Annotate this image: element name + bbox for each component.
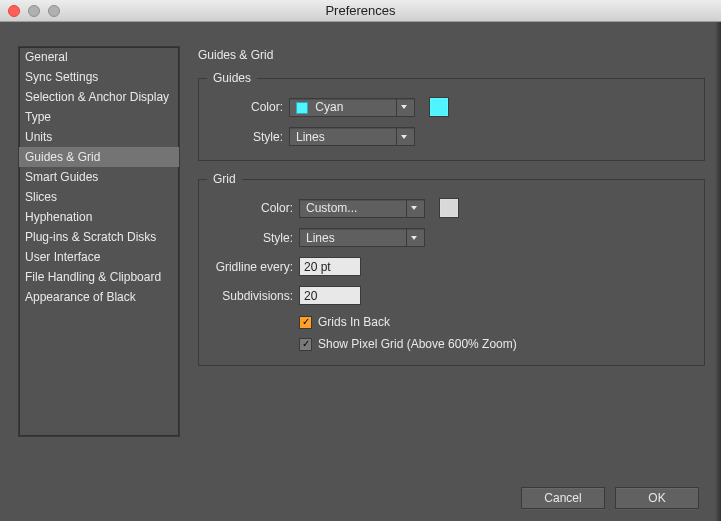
sidebar-item[interactable]: Selection & Anchor Display (19, 87, 179, 107)
guides-color-select[interactable]: Cyan (289, 98, 415, 117)
sidebar-item[interactable]: Units (19, 127, 179, 147)
panel-title: Guides & Grid (198, 48, 705, 62)
show-pixel-grid-label: Show Pixel Grid (Above 600% Zoom) (318, 337, 517, 351)
grids-in-back-label: Grids In Back (318, 315, 390, 329)
guides-color-label: Color: (213, 100, 289, 114)
sidebar-item[interactable]: Sync Settings (19, 67, 179, 87)
grid-group: Grid Color: Custom... Style: Lines (198, 179, 705, 366)
chevron-down-icon (406, 200, 420, 217)
cancel-button[interactable]: Cancel (521, 487, 605, 509)
guides-style-select[interactable]: Lines (289, 127, 415, 146)
gridline-every-label: Gridline every: (213, 260, 299, 274)
grid-legend: Grid (207, 172, 242, 186)
subdivisions-label: Subdivisions: (213, 289, 299, 303)
grid-color-label: Color: (213, 201, 299, 215)
grid-style-label: Style: (213, 231, 299, 245)
chevron-down-icon (396, 99, 410, 116)
chevron-down-icon (406, 229, 420, 246)
grid-style-select[interactable]: Lines (299, 228, 425, 247)
sidebar-item[interactable]: Plug-ins & Scratch Disks (19, 227, 179, 247)
gridline-every-input[interactable] (299, 257, 361, 276)
window-title: Preferences (325, 3, 395, 18)
grids-in-back-checkbox[interactable]: ✓ (299, 316, 312, 329)
ok-button[interactable]: OK (615, 487, 699, 509)
close-window-button[interactable] (8, 5, 20, 17)
grid-style-value: Lines (306, 231, 335, 245)
show-pixel-grid-checkbox[interactable]: ✓ (299, 338, 312, 351)
guides-legend: Guides (207, 71, 257, 85)
sidebar-item[interactable]: General (19, 47, 179, 67)
sidebar-item[interactable]: Smart Guides (19, 167, 179, 187)
preferences-sidebar: GeneralSync SettingsSelection & Anchor D… (18, 46, 180, 437)
grid-color-select[interactable]: Custom... (299, 199, 425, 218)
sidebar-item[interactable]: Guides & Grid (19, 147, 179, 167)
sidebar-item[interactable]: Slices (19, 187, 179, 207)
guides-color-swatch[interactable] (429, 97, 449, 117)
sidebar-item[interactable]: Appearance of Black (19, 287, 179, 307)
sidebar-item[interactable]: User Interface (19, 247, 179, 267)
guides-style-label: Style: (213, 130, 289, 144)
guides-group: Guides Color: Cyan Style (198, 78, 705, 161)
chevron-down-icon (396, 128, 410, 145)
preferences-panel: Guides & Grid Guides Color: Cyan (198, 46, 705, 467)
dialog-footer: Cancel OK (0, 475, 721, 521)
grid-color-swatch[interactable] (439, 198, 459, 218)
sidebar-item[interactable]: File Handling & Clipboard (19, 267, 179, 287)
subdivisions-input[interactable] (299, 286, 361, 305)
zoom-window-button (48, 5, 60, 17)
guides-color-value: Cyan (315, 100, 343, 114)
guides-style-value: Lines (296, 130, 325, 144)
grid-color-value: Custom... (306, 201, 357, 215)
sidebar-item[interactable]: Hyphenation (19, 207, 179, 227)
guides-color-inline-swatch (296, 102, 308, 114)
window-controls (8, 5, 60, 17)
sidebar-item[interactable]: Type (19, 107, 179, 127)
minimize-window-button (28, 5, 40, 17)
titlebar: Preferences (0, 0, 721, 22)
